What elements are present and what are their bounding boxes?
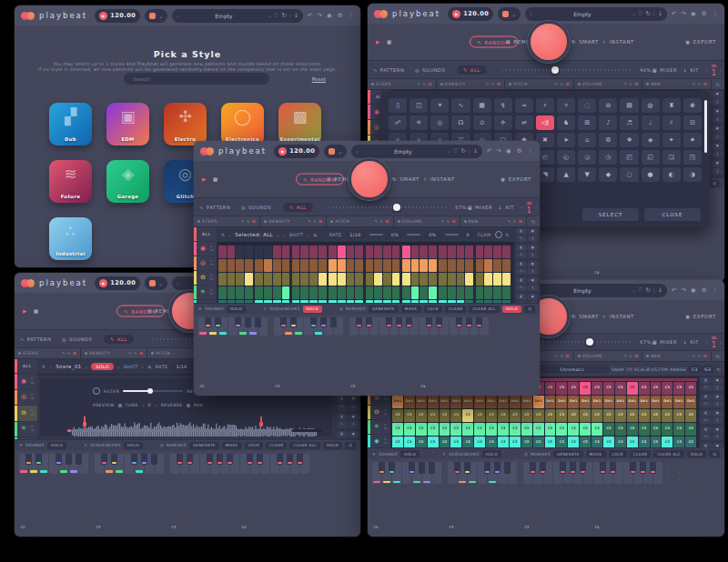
rate-mini-icon[interactable]: ¼ xyxy=(701,401,712,407)
step-cell[interactable] xyxy=(484,246,492,258)
pitch-up-arrow[interactable]: ⌃ xyxy=(397,426,399,427)
sound-tile[interactable]: ◈ xyxy=(642,133,660,147)
pitch-cell[interactable]: ⌃D#1⌄ xyxy=(533,396,544,408)
step-cell[interactable] xyxy=(282,259,290,272)
pitch-down-arrow[interactable]: ⌄ xyxy=(608,445,610,447)
pitch-down-arrow[interactable]: ⌄ xyxy=(678,458,680,460)
pitch-down-arrow[interactable]: ⌄ xyxy=(431,417,433,419)
sound-tile[interactable]: ✳ xyxy=(410,115,428,130)
step-cell[interactable] xyxy=(392,273,400,286)
black-key[interactable] xyxy=(177,454,182,465)
black-key[interactable] xyxy=(630,462,635,474)
pitch-down-arrow[interactable]: ⌄ xyxy=(666,486,668,487)
step-cell[interactable] xyxy=(457,286,465,299)
pitch-up-arrow[interactable]: ⌃ xyxy=(455,426,457,427)
pitch-down-arrow[interactable]: ⌄ xyxy=(443,417,445,419)
pitch-cell[interactable]: ⌃C3⌄ xyxy=(545,382,556,395)
step-cell[interactable] xyxy=(236,259,244,272)
sound-tile[interactable]: ♞ xyxy=(557,115,575,130)
gate-mini-icon[interactable]: ‖ xyxy=(713,417,723,424)
step-cell[interactable] xyxy=(318,273,327,286)
humanize-value[interactable]: 0 xyxy=(462,231,474,238)
tune-up-arrow[interactable]: › xyxy=(155,402,157,408)
pitch-down-arrow[interactable]: ⌄ xyxy=(561,458,562,460)
sound-tile[interactable]: ◶ xyxy=(578,150,596,165)
metronome-control[interactable]: ⌄ xyxy=(145,9,167,23)
black-key[interactable] xyxy=(610,462,615,474)
choke-icon[interactable]: ● xyxy=(349,431,359,438)
pitch-down-arrow[interactable]: ⌄ xyxy=(596,458,598,460)
black-key[interactable] xyxy=(76,454,81,465)
prev-preset-arrow[interactable]: ‹ xyxy=(530,11,531,17)
gate-mini-icon[interactable]: ‖ xyxy=(528,252,539,258)
save-preset-icon[interactable]: ↓ xyxy=(294,12,298,19)
black-key[interactable] xyxy=(277,454,282,465)
export-button[interactable]: ◉EXPORT xyxy=(500,176,531,182)
quantize-button[interactable]: Q xyxy=(709,450,720,457)
pitch-up-arrow[interactable]: ⌃ xyxy=(596,453,598,455)
style-tile-future[interactable]: ≋Future xyxy=(49,160,92,203)
gate-mini-icon[interactable]: ‖ xyxy=(528,236,539,242)
pitch-up-arrow[interactable]: ⌃ xyxy=(572,412,574,414)
pencil-icon[interactable]: ✎ xyxy=(128,351,132,356)
pitch-up-arrow[interactable]: ⌃ xyxy=(620,453,622,455)
rate-mini-icon[interactable]: ¼ xyxy=(701,385,712,391)
pitch-up-arrow[interactable]: ⌃ xyxy=(490,439,492,441)
black-key[interactable] xyxy=(227,454,232,465)
generate-big-button[interactable] xyxy=(349,158,390,200)
step-cell[interactable] xyxy=(411,273,420,286)
pattern-cycle-control[interactable]: ‹∞1› xyxy=(705,335,723,349)
pitch-down-arrow[interactable]: ⌄ xyxy=(666,390,668,392)
step-cell[interactable] xyxy=(402,246,410,258)
sidebar-all-tab[interactable]: ALL xyxy=(15,359,37,373)
pitch-cell[interactable]: ⌃C3⌄ xyxy=(568,382,579,395)
next-preset-arrow[interactable]: › xyxy=(632,11,634,17)
pitch-up-arrow[interactable]: ⌃ xyxy=(420,398,422,400)
pitch-cell[interactable]: ⌃C3⌄ xyxy=(592,382,602,395)
reset-icon[interactable]: ↻ xyxy=(379,219,383,224)
all-tracks-pill[interactable]: ✎ALL xyxy=(457,65,487,75)
pitch-down-arrow[interactable]: ⌄ xyxy=(420,445,422,447)
pitch-down-arrow[interactable]: ⌄ xyxy=(549,445,551,447)
play-icon[interactable]: ▶ xyxy=(452,10,460,18)
step-cell[interactable] xyxy=(292,273,300,286)
pitch-up-arrow[interactable]: ⌃ xyxy=(443,439,445,441)
pitch-up-arrow[interactable]: ⌃ xyxy=(431,426,433,427)
favorite-icon[interactable]: ♡ xyxy=(638,286,643,294)
pitch-cell[interactable]: ⌃D#1⌄ xyxy=(568,396,579,408)
prev-preset-arrow[interactable]: ‹ xyxy=(177,280,178,286)
step-cell[interactable] xyxy=(309,286,318,299)
pitch-up-arrow[interactable]: ⌃ xyxy=(431,439,433,441)
pitch-down-arrow[interactable]: ⌄ xyxy=(654,404,656,406)
play-icon[interactable]: ▶ xyxy=(99,12,107,20)
play-icon[interactable]: ▶ xyxy=(99,279,107,287)
sound-tile[interactable]: ☍ xyxy=(389,115,407,130)
gate-mini-icon[interactable]: ‖ xyxy=(713,151,723,158)
step-cell[interactable] xyxy=(429,259,437,272)
sound-tile[interactable]: ◌ xyxy=(578,98,596,113)
choke-icon[interactable]: ● xyxy=(713,410,723,416)
step-cell[interactable] xyxy=(366,286,374,299)
play-button[interactable]: ▶ xyxy=(202,176,207,182)
complexity-knob[interactable] xyxy=(551,66,559,74)
step-cell[interactable] xyxy=(439,273,447,286)
black-key[interactable] xyxy=(356,317,361,327)
flam-knob[interactable] xyxy=(495,231,502,238)
pitch-up-arrow[interactable]: ⌃ xyxy=(596,412,598,414)
pitch-down-arrow[interactable]: ⌄ xyxy=(642,431,644,433)
pitch-up-arrow[interactable]: ⌃ xyxy=(502,426,504,427)
step-cell[interactable] xyxy=(457,246,465,258)
choke-icon[interactable]: ● xyxy=(349,414,359,421)
pitch-down-arrow[interactable]: ⌄ xyxy=(397,445,399,447)
step-cell[interactable] xyxy=(383,273,391,286)
pencil-icon[interactable]: ✎ xyxy=(62,351,66,356)
kebab-menu-icon[interactable]: ⋮ xyxy=(528,147,534,155)
history-icon[interactable]: ↻ xyxy=(717,366,721,371)
pitch-up-arrow[interactable]: ⌃ xyxy=(514,453,516,455)
pitch-down-arrow[interactable]: ⌄ xyxy=(666,404,668,406)
pitch-up-arrow[interactable]: ⌃ xyxy=(678,426,680,427)
pitch-up-arrow[interactable]: ⌃ xyxy=(678,439,680,441)
preset-selector[interactable]: ‹Empty›♡↻|↓ xyxy=(351,145,482,158)
pitch-down-arrow[interactable]: ⌄ xyxy=(584,390,586,392)
settings-gear-icon[interactable]: ⚙ xyxy=(338,12,343,19)
